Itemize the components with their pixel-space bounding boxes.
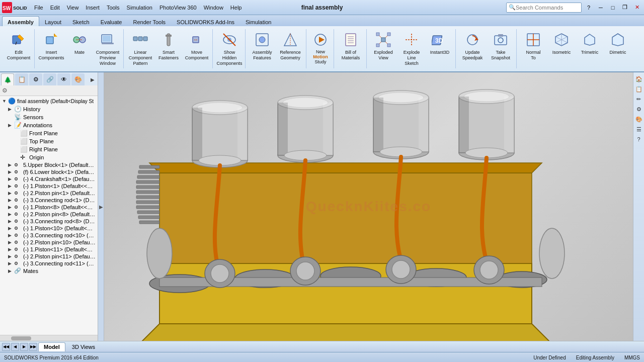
tree-label-lower-block: (f) 6.Lower block<1> (Default< [23,169,96,175]
tab-simulation[interactable]: Simulation [240,16,277,26]
panel-tab-config[interactable]: ⚙ [29,73,42,85]
tree-item-piston11[interactable]: ▶ ⚙ (-) 1.Piston<11> (Default<<De [0,246,98,253]
tab-3d-views[interactable]: 3D Views [66,342,101,351]
tree-item-pistonpin10[interactable]: ▶ ⚙ (-) 2.Piston pin<10> (Default< [0,239,98,246]
tree-item-front-plane[interactable]: ⬜ Front Plane [0,129,98,137]
tree-item-conrod11[interactable]: ▶ ⚙ (-) 3.Connecting rod<11> (Defa [0,260,98,267]
panel-tab-properties[interactable]: 📋 [15,73,28,85]
btn-instant3d[interactable]: 3D Instant3D [426,29,453,64]
btn-reference-geometry[interactable]: Reference Geometry [277,29,304,64]
btn-insert-components[interactable]: Insert Components [38,29,65,64]
right-btn-help[interactable]: ? [634,135,643,144]
scroll-thumb[interactable] [11,336,31,340]
restore-btn[interactable]: ❐ [620,3,630,12]
expand-icon: ▶ [8,176,14,182]
tree-item-piston10[interactable]: ▶ ⚙ (-) 1.Piston<10> (Default<<De [0,225,98,232]
tree-item-conrod10[interactable]: ▶ ⚙ (-) 3.Connecting rod<10> (Defa [0,232,98,239]
tab-render[interactable]: Render Tools [127,16,171,26]
btn-isometric[interactable]: Isometric [548,29,575,64]
panel-tab-appearance[interactable]: 🎨 [71,73,85,85]
svg-marker-6 [54,34,57,37]
right-btn-list[interactable]: ☰ [634,125,643,134]
btn-edit-component[interactable]: Edit Component [5,29,32,64]
btn-take-snapshot[interactable]: Take Snapshot [487,29,514,64]
right-btn-settings[interactable]: ⚙ [634,105,643,114]
nav-next[interactable]: ▶ [20,343,28,351]
tab-evaluate[interactable]: Evaluate [95,16,128,26]
svg-marker-49 [474,38,478,41]
panel-collapse-btn[interactable]: ▶ [98,72,104,341]
right-btn-home[interactable]: 🏠 [634,74,643,83]
tree-item-top-plane[interactable]: ⬜ Top Plane [0,137,98,145]
maximize-btn[interactable]: □ [608,3,618,12]
tab-addins[interactable]: SOLIDWORKS Add-Ins [171,16,240,26]
search-box[interactable]: 🔍 [506,3,582,13]
tab-layout[interactable]: Layout [39,16,67,26]
tree-item-conrod1[interactable]: ▶ ⚙ (-) 3.Connecting rod<1> (Defa [0,197,98,204]
tree-item-right-plane[interactable]: ⬜ Right Plane [0,145,98,153]
btn-normal-to[interactable]: Normal To [520,29,547,64]
btn-linear-pattern[interactable]: Linear Component Pattern [127,29,154,67]
help-btn[interactable]: ? [584,3,594,12]
tab-model[interactable]: Model [38,342,65,351]
panel-expand-arrow[interactable]: ▶ [89,73,97,85]
menu-view[interactable]: View [64,4,82,12]
btn-trimetric[interactable]: Trimetric [576,29,603,64]
tree-item-conrod8[interactable]: ▶ ⚙ (-) 3.Connecting rod<8> (Defa [0,218,98,225]
btn-show-hidden[interactable]: Show Hidden Components [216,29,243,67]
menu-help[interactable]: Help [227,4,245,12]
btn-move-component[interactable]: ↔ Move Component [183,29,210,64]
menu-insert[interactable]: Insert [83,4,103,12]
menu-file[interactable]: File [31,4,46,12]
tree-item-piston8[interactable]: ▶ ⚙ (-) 1.Piston<8> (Default<<Defa [0,204,98,211]
menu-simulation[interactable]: Simulation [124,4,155,12]
panel-tab-mate[interactable]: 🔗 [43,73,56,85]
tree-item-sensors[interactable]: 📡 Sensors [0,113,98,121]
tree-item-assembly[interactable]: ▼ 🔵 final assembly (Default<Display St [0,97,98,105]
btn-explode-line[interactable]: Explode Line Sketch [398,29,425,67]
nav-last[interactable]: ▶▶ [29,343,37,351]
menu-photoview[interactable]: PhotoView 360 [156,4,200,12]
search-input[interactable] [516,5,576,11]
tree-item-history[interactable]: ▶ 🕐 History [0,105,98,113]
btn-bill-materials[interactable]: Bill of Materials [337,29,364,64]
tree-item-annotations[interactable]: ▶ 📝 Annotations [0,121,98,129]
menu-window[interactable]: Window [201,4,226,12]
btn-component-preview[interactable]: Component Preview Window [94,29,121,67]
status-right: Under Defined Editing Assembly MMGS [533,355,640,360]
tree-item-crankshaft[interactable]: ▶ ⚙ (-) 4.Crankshaft<1> (Default<<. [0,175,98,183]
btn-new-motion-study[interactable]: New Motion Study [309,29,332,66]
right-btn-clipboard[interactable]: 📋 [634,84,643,94]
menu-edit[interactable]: Edit [47,4,63,12]
menu-tools[interactable]: Tools [104,4,123,12]
right-btn-edit[interactable]: ✏ [634,95,643,104]
nav-prev[interactable]: ◀ [11,343,19,351]
btn-dimetric[interactable]: Dimetric [604,29,631,64]
minimize-btn[interactable]: ─ [596,3,606,12]
3d-viewport[interactable]: QuecknKiites.co [104,72,633,341]
panel-tab-display[interactable]: 👁 [57,73,70,85]
svg-rect-18 [166,35,172,37]
btn-smart-fasteners[interactable]: Smart Fasteners [155,29,182,64]
expand-icon: ▶ [8,240,14,245]
btn-exploded-view[interactable]: Exploded View [370,29,397,64]
panel-tab-tree[interactable]: 🌲 [1,73,14,85]
btn-update-speedpak[interactable]: Update Speedpak [459,29,486,64]
tab-sketch[interactable]: Sketch [67,16,95,26]
tree-item-lower-block[interactable]: ▶ ⚙ (f) 6.Lower block<1> (Default< [0,168,98,175]
expand-icon: ▶ [8,268,14,274]
tree-item-pistonpin1[interactable]: ▶ ⚙ (-) 2.Piston pin<1> (Default<< [0,190,98,197]
nav-first[interactable]: ◀◀ [2,343,10,351]
right-btn-palette[interactable]: 🎨 [634,115,643,124]
tree-item-mates[interactable]: ▶ 🔗 Mates [0,267,98,275]
tree-item-piston1[interactable]: ▶ ⚙ (-) 1.Piston<1> (Default<<Defa [0,183,98,190]
btn-assembly-features[interactable]: Assembly Features [249,29,276,64]
horizontal-scrollbar[interactable] [0,335,98,341]
tree-item-pistonpin8[interactable]: ▶ ⚙ (-) 2.Piston pin<8> (Default<< [0,211,98,218]
close-btn[interactable]: ✕ [632,3,642,12]
tree-item-origin[interactable]: ✛ Origin [0,153,98,161]
btn-mate[interactable]: Mate [66,29,93,64]
tree-item-upper-block[interactable]: ▶ ⚙ 5.Upper Block<1> (Default<<D [0,161,98,168]
tree-item-pistonpin11[interactable]: ▶ ⚙ (-) 2.Piston pin<11> (Default< [0,253,98,260]
tab-assembly[interactable]: Assembly [2,16,39,26]
